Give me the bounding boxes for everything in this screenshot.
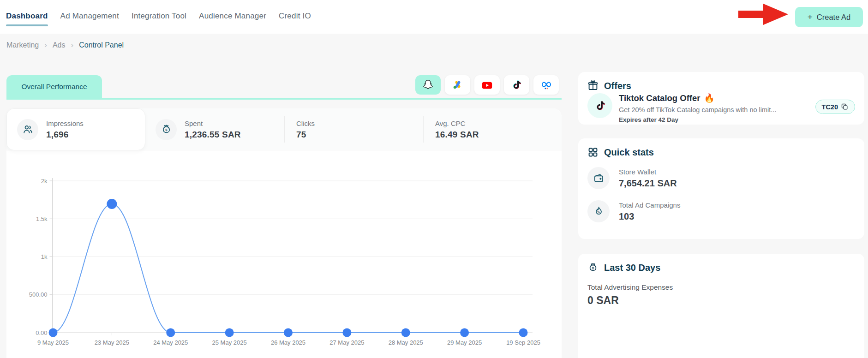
youtube-icon: [481, 79, 493, 91]
nav-item-integration-tool[interactable]: Integration Tool: [132, 9, 186, 25]
stat-card-avg-cpc[interactable]: Avg. CPC 16.49 SAR: [423, 108, 562, 150]
tiktok-icon: [511, 79, 522, 91]
stat-card-clicks[interactable]: Clicks 75: [284, 108, 423, 150]
grid-icon: [587, 147, 599, 158]
flame-percent-icon: %: [587, 200, 610, 222]
offer-expiry: Expires after 42 Day: [619, 116, 678, 123]
stat-value: 1,236.55 SAR: [185, 130, 241, 140]
stat-value: 75: [296, 130, 315, 140]
impressions-line-chart: 0.00500.001k1.5k2k9 May 202523 May 20252…: [6, 150, 562, 358]
nav-item-audience-manager[interactable]: Audience Manager: [199, 9, 266, 25]
last-30-days-card: Last 30 Days Total Advertising Expenses …: [578, 254, 864, 358]
quick-stats-title: Quick stats: [604, 147, 654, 158]
stats-row: Impressions 1,696 $ Spent 1,236.55 SAR: [6, 108, 562, 150]
fire-emoji-icon: 🔥: [704, 93, 714, 103]
y-tick-label: 2k: [41, 178, 48, 185]
x-tick-label: 28 May 2025: [389, 339, 423, 346]
x-tick-label: 23 May 2025: [95, 339, 129, 346]
quick-stats-card: Quick stats Store Wallet 7,654.21 SAR %: [578, 138, 864, 239]
chart-point[interactable]: [284, 328, 293, 337]
x-tick-label: 24 May 2025: [153, 339, 188, 346]
quick-stat-value: 103: [619, 211, 680, 222]
chart-point[interactable]: [342, 328, 351, 337]
dashboard-screen: Dashboard Ad Management Integration Tool…: [0, 0, 868, 358]
offers-title: Offers: [604, 81, 631, 91]
top-nav-bar: Dashboard Ad Management Integration Tool…: [0, 0, 868, 34]
offer-description: Get 20% off TikTok Catalog campaigns wit…: [619, 106, 776, 113]
chart-point[interactable]: [401, 328, 410, 337]
stat-label: Impressions: [46, 119, 84, 127]
expenses-value: 0 SAR: [587, 294, 619, 307]
snapchat-icon: [422, 79, 434, 91]
promo-code: TC20: [822, 103, 838, 111]
x-tick-label: 26 May 2025: [271, 339, 305, 346]
quick-stat-label: Total Ad Campaigns: [619, 201, 680, 209]
create-ad-button[interactable]: + Create Ad: [795, 7, 863, 27]
tab-overall-performance[interactable]: Overall Performance: [6, 75, 102, 98]
stat-label: Clicks: [296, 119, 315, 127]
x-tick-label: 25 May 2025: [212, 339, 247, 346]
platform-button-youtube[interactable]: [474, 75, 500, 95]
quick-stat-total-campaigns: % Total Ad Campaigns 103: [587, 200, 680, 222]
x-tick-label: 29 May 2025: [447, 339, 482, 346]
stat-value: 1,696: [46, 130, 84, 140]
copy-icon[interactable]: [841, 103, 849, 111]
platform-filter-group: [415, 75, 559, 95]
svg-text:%: %: [597, 210, 600, 214]
chevron-right-icon: ›: [71, 41, 74, 50]
stat-label: Spent: [185, 119, 241, 127]
last-30-days-title: Last 30 Days: [604, 263, 660, 273]
chevron-right-icon: ›: [44, 41, 47, 50]
platform-button-google-ads[interactable]: [445, 75, 470, 95]
nav-item-credit-io[interactable]: Credit IO: [279, 9, 311, 25]
chart-point[interactable]: [49, 328, 58, 337]
stat-value: 16.49 SAR: [435, 130, 479, 140]
chart-point[interactable]: [166, 328, 175, 337]
gift-icon: [587, 80, 599, 91]
google-ads-icon: [452, 79, 463, 90]
quick-stat-value: 7,654.21 SAR: [619, 178, 677, 189]
breadcrumb-control-panel: Control Panel: [79, 41, 124, 49]
breadcrumb-marketing[interactable]: Marketing: [6, 41, 39, 49]
y-tick-label: 1k: [41, 253, 48, 260]
breadcrumb: Marketing › Ads › Control Panel: [6, 41, 124, 50]
chart-point[interactable]: [519, 328, 528, 337]
tiktok-icon: [594, 100, 606, 112]
stat-card-spent[interactable]: $ Spent 1,236.55 SAR: [145, 108, 284, 150]
svg-text:$: $: [165, 128, 168, 132]
x-tick-label: 27 May 2025: [329, 339, 364, 346]
x-tick-label: 19 Sep 2025: [506, 339, 540, 346]
platform-button-tiktok[interactable]: [504, 75, 529, 95]
y-tick-label: 1.5k: [36, 215, 48, 222]
quick-stat-label: Store Wallet: [619, 168, 677, 176]
platform-button-snapchat[interactable]: [415, 75, 441, 95]
chart-svg: 0.00500.001k1.5k2k9 May 202523 May 20252…: [6, 150, 562, 358]
tiktok-avatar: [587, 93, 612, 118]
nav-item-dashboard[interactable]: Dashboard: [6, 9, 48, 25]
y-tick-label: 0.00: [36, 329, 47, 336]
money-bag-icon: [587, 262, 599, 273]
nav-item-ad-management[interactable]: Ad Management: [60, 9, 119, 25]
meta-icon: [540, 79, 552, 91]
expenses-label: Total Advertising Expenses: [587, 283, 673, 292]
x-tick-label: 9 May 2025: [37, 339, 69, 346]
stat-card-impressions[interactable]: Impressions 1,696: [6, 108, 145, 150]
stat-label: Avg. CPC: [435, 119, 479, 127]
platform-button-meta[interactable]: [533, 75, 559, 95]
create-ad-label: Create Ad: [817, 13, 850, 22]
users-icon: [17, 119, 38, 140]
breadcrumb-ads[interactable]: Ads: [53, 41, 66, 49]
money-bag-icon: $: [156, 119, 177, 140]
main-nav: Dashboard Ad Management Integration Tool…: [6, 0, 311, 34]
series-line: [53, 204, 523, 333]
chart-point[interactable]: [107, 199, 117, 209]
y-tick-label: 500.00: [29, 291, 48, 298]
red-arrow-annotation: [738, 1, 789, 28]
offers-card: Offers Tiktok Catalog Offer 🔥 Get 20% of…: [578, 72, 864, 125]
offer-title: Tiktok Catalog Offer: [619, 93, 700, 103]
chart-point[interactable]: [460, 328, 469, 337]
chart-point[interactable]: [225, 328, 234, 337]
wallet-icon: [587, 167, 610, 189]
promo-code-pill[interactable]: TC20: [815, 100, 855, 114]
plus-icon: +: [808, 12, 813, 22]
